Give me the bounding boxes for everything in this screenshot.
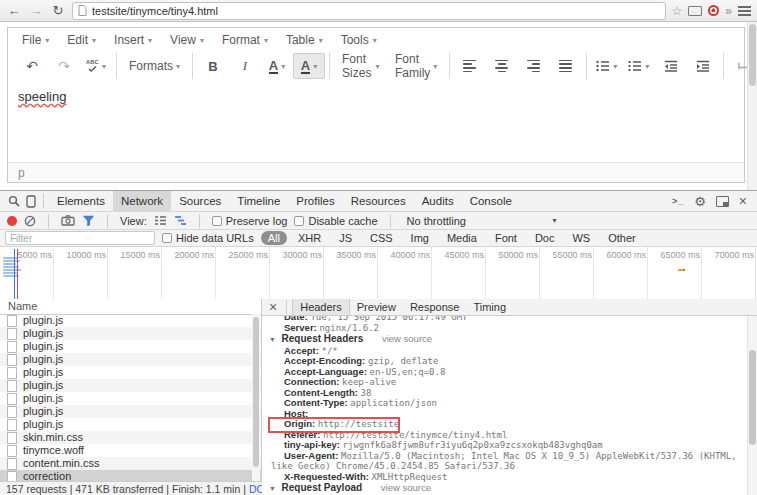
table-row[interactable]: plugin.js bbox=[0, 340, 261, 353]
filter-input[interactable] bbox=[5, 231, 155, 245]
resource-type-filter[interactable]: JS bbox=[332, 231, 359, 245]
table-row[interactable]: skin.min.css bbox=[0, 431, 261, 444]
background-color-button[interactable]: A ▾ bbox=[293, 53, 325, 79]
reload-icon[interactable]: ↻ bbox=[50, 1, 66, 21]
numbered-list-button[interactable]: ▾ bbox=[623, 53, 655, 79]
editor-content[interactable]: speeling bbox=[8, 80, 744, 162]
name-column-header[interactable]: Name bbox=[0, 299, 261, 315]
font-sizes-dropdown[interactable]: Font Sizes ▾ bbox=[334, 53, 388, 79]
devtools-tab[interactable]: Resources bbox=[343, 191, 414, 211]
console-drawer-icon[interactable]: >_ bbox=[672, 196, 684, 206]
resource-type-filter[interactable]: Font bbox=[488, 231, 524, 245]
disclosure-triangle-icon[interactable]: ▼ bbox=[269, 485, 276, 492]
checkbox[interactable] bbox=[294, 216, 304, 226]
element-path[interactable]: p bbox=[18, 166, 25, 180]
close-details-icon[interactable]: × bbox=[265, 300, 281, 314]
overflow-icon[interactable]: » bbox=[725, 1, 732, 21]
resource-type-filter[interactable]: CSS bbox=[363, 231, 400, 245]
indent-button[interactable] bbox=[687, 53, 719, 79]
devtools-tab[interactable]: Elements bbox=[49, 191, 113, 211]
clear-icon[interactable] bbox=[24, 215, 36, 227]
italic-button[interactable]: I bbox=[229, 53, 261, 79]
forward-icon[interactable]: → bbox=[28, 1, 44, 21]
list-view-icon[interactable] bbox=[154, 215, 167, 226]
disable-cache-checkbox[interactable]: Disable cache bbox=[294, 215, 377, 227]
devtools-tab[interactable]: Console bbox=[462, 191, 520, 211]
resource-type-filter[interactable]: Doc bbox=[528, 231, 562, 245]
view-source-link[interactable]: view source bbox=[382, 333, 432, 344]
table-row[interactable]: plugin.js bbox=[0, 379, 261, 392]
table-row[interactable]: plugin.js bbox=[0, 327, 261, 340]
devtools-tab[interactable]: Sources bbox=[171, 191, 229, 211]
hide-data-urls-checkbox[interactable]: Hide data URLs bbox=[162, 232, 254, 244]
font-family-dropdown[interactable]: Font Family ▾ bbox=[388, 53, 445, 79]
view-source-link[interactable]: view source bbox=[381, 482, 431, 493]
formats-dropdown[interactable]: Formats ▾ bbox=[121, 53, 188, 79]
scrollbar-thumb[interactable] bbox=[749, 24, 756, 86]
table-row[interactable]: plugin.js bbox=[0, 314, 261, 327]
align-center-button[interactable] bbox=[486, 53, 518, 79]
scrollbar-thumb[interactable] bbox=[253, 317, 259, 467]
checkbox[interactable] bbox=[212, 216, 222, 226]
preserve-log-checkbox[interactable]: Preserve log bbox=[212, 215, 288, 227]
devtools-tab[interactable]: Network bbox=[113, 191, 171, 211]
table-row[interactable]: plugin.js bbox=[0, 392, 261, 405]
inspect-element-icon[interactable] bbox=[8, 195, 20, 207]
bold-button[interactable]: B bbox=[197, 53, 229, 79]
menu-item[interactable]: File ▾ bbox=[14, 31, 57, 49]
table-row[interactable]: plugin.js bbox=[0, 405, 261, 418]
details-scrollbar[interactable] bbox=[747, 316, 757, 495]
network-overview[interactable]: 5000 ms10000 ms15000 ms20000 ms25000 ms3… bbox=[0, 247, 757, 300]
chrome-menu-icon[interactable] bbox=[738, 4, 751, 18]
device-toolbar-icon[interactable] bbox=[26, 195, 36, 208]
scrollbar-thumb[interactable] bbox=[749, 350, 756, 445]
menu-item[interactable]: View ▾ bbox=[162, 31, 212, 49]
page-scrollbar[interactable] bbox=[747, 22, 757, 190]
resource-type-filter[interactable]: Media bbox=[440, 231, 484, 245]
details-tab[interactable]: Response bbox=[403, 299, 467, 315]
table-row[interactable]: tinymce.woff bbox=[0, 444, 261, 457]
outdent-button[interactable] bbox=[655, 53, 687, 79]
misspelled-word[interactable]: speeling bbox=[18, 89, 66, 104]
throttling-dropdown[interactable]: No throttling ▾ bbox=[403, 215, 561, 227]
table-row[interactable]: correction bbox=[0, 470, 261, 481]
domcontentloaded-link[interactable]: DOMContentLo… bbox=[249, 483, 262, 495]
waterfall-view-icon[interactable] bbox=[174, 215, 187, 226]
table-row[interactable]: plugin.js bbox=[0, 353, 261, 366]
address-bar[interactable]: testsite/tinymce/tiny4.html bbox=[72, 2, 666, 20]
dock-side-icon[interactable] bbox=[716, 196, 729, 207]
text-color-button[interactable]: A ▾ bbox=[261, 53, 293, 79]
gear-icon[interactable]: ⚙ bbox=[694, 194, 706, 209]
cast-icon[interactable] bbox=[688, 6, 702, 16]
filter-funnel-icon[interactable] bbox=[82, 215, 95, 227]
requests-scrollbar[interactable] bbox=[252, 314, 260, 481]
menu-item[interactable]: Edit ▾ bbox=[59, 31, 104, 49]
details-tab[interactable]: Headers bbox=[292, 299, 350, 315]
checkbox[interactable] bbox=[162, 233, 172, 243]
spellcheck-button[interactable]: ABC ▾ bbox=[80, 53, 112, 79]
headers-content[interactable]: Date: Tue, 15 Sep 2015 06:17:49 GMT Serv… bbox=[266, 316, 745, 495]
align-justify-button[interactable] bbox=[550, 53, 582, 79]
undo-button[interactable]: ↶ bbox=[16, 53, 48, 79]
details-tab[interactable]: Preview bbox=[350, 299, 403, 315]
screenshot-icon[interactable] bbox=[61, 215, 75, 226]
menu-item[interactable]: Table ▾ bbox=[278, 31, 331, 49]
bullet-list-button[interactable]: ▾ bbox=[591, 53, 623, 79]
menu-item[interactable]: Tools ▾ bbox=[333, 31, 385, 49]
menu-item[interactable]: Format ▾ bbox=[214, 31, 276, 49]
devtools-tab[interactable]: Profiles bbox=[288, 191, 342, 211]
menu-item[interactable]: Insert ▾ bbox=[106, 31, 160, 49]
resource-type-filter[interactable]: Img bbox=[404, 231, 436, 245]
devtools-tab[interactable]: Audits bbox=[414, 191, 462, 211]
table-row[interactable]: plugin.js bbox=[0, 418, 261, 431]
align-right-button[interactable] bbox=[518, 53, 550, 79]
devtools-tab[interactable]: Timeline bbox=[229, 191, 288, 211]
disclosure-triangle-icon[interactable]: ▼ bbox=[269, 336, 276, 343]
bookmark-star-icon[interactable]: ☆ bbox=[672, 1, 683, 21]
redo-button[interactable]: ↷ bbox=[48, 53, 80, 79]
extension-icon[interactable] bbox=[708, 5, 719, 16]
resource-type-filter[interactable]: Other bbox=[601, 231, 643, 245]
back-icon[interactable]: ← bbox=[6, 1, 22, 21]
record-icon[interactable] bbox=[7, 216, 17, 226]
table-row[interactable]: content.min.css bbox=[0, 457, 261, 470]
